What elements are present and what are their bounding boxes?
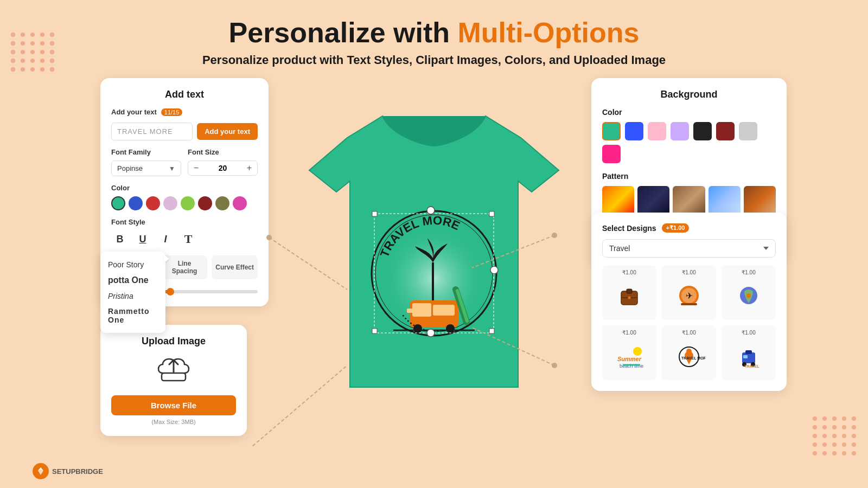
font-option-potta-one[interactable]: potta One — [100, 272, 165, 288]
svg-point-39 — [746, 293, 751, 298]
svg-rect-48 — [745, 350, 752, 354]
svg-rect-16 — [489, 211, 494, 216]
clipart-img-4: Summer beach time — [610, 338, 648, 376]
svg-point-33 — [628, 297, 631, 299]
clipart-price-4: ₹1.00 — [607, 330, 652, 336]
font-family-chevron-icon: ▼ — [169, 165, 175, 172]
svg-rect-6 — [412, 303, 431, 317]
svg-rect-37 — [681, 303, 697, 305]
clipart-item-6[interactable]: ₹1.00 TRAVEL — [722, 325, 776, 380]
text-style-button[interactable]: T — [180, 230, 197, 248]
clipart-img-5: TRAVEL MORE — [670, 338, 708, 376]
svg-rect-51 — [743, 355, 748, 358]
bg-swatch-lavender[interactable] — [671, 122, 689, 140]
svg-point-42 — [633, 347, 642, 356]
font-option-rammetto-one[interactable]: Rammetto One — [100, 304, 165, 328]
svg-rect-31 — [627, 289, 632, 293]
clipart-panel: Select Designs +₹1.00 Travel ₹1.00 — [591, 213, 787, 391]
logo-text: SETUPBRIDGE — [52, 467, 103, 476]
svg-rect-7 — [433, 305, 455, 316]
color-swatch-olive[interactable] — [215, 196, 229, 210]
underline-button[interactable]: U — [134, 230, 151, 248]
clipart-grid: ₹1.00 ₹1.00 ✈ — [602, 265, 776, 380]
color-swatch-teal[interactable] — [111, 196, 125, 210]
svg-point-20 — [490, 266, 498, 274]
bg-swatch-pink[interactable] — [648, 122, 666, 140]
bg-swatch-blue[interactable] — [625, 122, 643, 140]
svg-rect-17 — [372, 329, 377, 333]
clipart-item-2[interactable]: ₹1.00 ✈ — [662, 265, 716, 320]
main-content: Add text Add your text 11/15 Add your te… — [0, 78, 868, 447]
curve-effect-tab[interactable]: Curve Effect — [212, 255, 258, 279]
bg-swatch-teal[interactable] — [602, 122, 621, 140]
clipart-img-6: TRAVEL — [730, 338, 768, 376]
font-family-label: Font Family — [111, 148, 181, 156]
color-swatch-pink[interactable] — [233, 196, 247, 210]
clipart-img-2: ✈ — [670, 278, 708, 316]
tshirt-preview: TRAVEL MORE • • • • • • • • • • • • • — [298, 78, 570, 436]
svg-text:Summer: Summer — [617, 356, 642, 362]
svg-point-9 — [446, 324, 455, 333]
bold-button[interactable]: B — [111, 230, 129, 248]
logo-icon — [33, 463, 49, 479]
bg-swatch-black[interactable] — [693, 122, 712, 140]
clipart-price-5: ₹1.00 — [666, 330, 712, 336]
svg-rect-10 — [407, 309, 415, 313]
color-swatch-blue[interactable] — [129, 196, 143, 210]
background-title: Background — [602, 89, 776, 100]
browse-file-button[interactable]: Browse File — [111, 395, 236, 415]
svg-rect-15 — [372, 211, 377, 216]
font-size-increase[interactable]: + — [246, 163, 253, 173]
svg-text:TRAVEL: TRAVEL — [744, 364, 760, 368]
header: Personalize with Multi-Options Personali… — [0, 0, 868, 73]
clipart-price-badge: +₹1.00 — [662, 223, 690, 233]
color-swatch-red[interactable] — [146, 196, 160, 210]
svg-point-19 — [427, 207, 435, 214]
clipart-item-5[interactable]: ₹1.00 TRAVEL MORE — [662, 325, 716, 380]
bg-swatch-darkred[interactable] — [716, 122, 735, 140]
svg-point-45 — [686, 349, 692, 354]
svg-point-21 — [427, 329, 435, 337]
clipart-img-1 — [610, 278, 648, 316]
text-input[interactable] — [111, 123, 193, 140]
clipart-item-3[interactable]: ₹1.00 — [722, 265, 776, 320]
font-option-pristina[interactable]: Pristina — [100, 288, 165, 304]
bg-swatch-hotpink[interactable] — [602, 145, 621, 163]
color-swatch-darkred[interactable] — [198, 196, 212, 210]
page-title: Personalize with Multi-Options — [0, 16, 868, 49]
subtitle: Personalize product with Text Styles, Cl… — [0, 53, 868, 67]
clipart-price-1: ₹1.00 — [607, 269, 652, 275]
select-designs-label: Select Designs — [602, 224, 656, 233]
font-family-value: Popinse — [117, 164, 169, 172]
svg-rect-0 — [162, 373, 186, 381]
bg-swatch-gray[interactable] — [739, 122, 757, 140]
clipart-img-3 — [730, 278, 768, 316]
color-label: Color — [111, 184, 258, 192]
font-size-value: 20 — [204, 164, 241, 172]
svg-text:TRAVEL MORE: TRAVEL MORE — [681, 356, 705, 360]
char-count: 11/15 — [161, 108, 183, 116]
bg-color-row — [602, 122, 776, 163]
clipart-price-2: ₹1.00 — [666, 269, 712, 275]
max-size-label: (Max Size: 3MB) — [111, 419, 236, 425]
svg-rect-18 — [489, 329, 494, 333]
category-select[interactable]: Travel — [602, 239, 776, 258]
color-swatch-green[interactable] — [181, 196, 195, 210]
svg-text:✈: ✈ — [686, 291, 693, 300]
font-size-label: Font Size — [188, 148, 258, 156]
logo: SETUPBRIDGE — [33, 463, 103, 479]
clipart-price-6: ₹1.00 — [726, 330, 771, 336]
upload-image-panel: Upload Image Browse File (Max Size: 3MB) — [100, 325, 247, 436]
italic-button[interactable]: I — [157, 230, 174, 248]
clipart-price-3: ₹1.00 — [726, 269, 771, 275]
bg-pattern-label: Pattern — [602, 172, 776, 181]
add-text-title: Add text — [111, 89, 258, 100]
font-size-decrease[interactable]: − — [193, 163, 200, 173]
upload-title: Upload Image — [111, 336, 236, 347]
clipart-item-1[interactable]: ₹1.00 — [602, 265, 656, 320]
add-text-button[interactable]: Add your text — [197, 123, 258, 140]
color-swatch-lavender[interactable] — [163, 196, 177, 210]
font-option-poor-story[interactable]: Poor Story — [100, 257, 165, 272]
clipart-item-4[interactable]: ₹1.00 Summer beach time — [602, 325, 656, 380]
color-swatches — [111, 196, 258, 210]
